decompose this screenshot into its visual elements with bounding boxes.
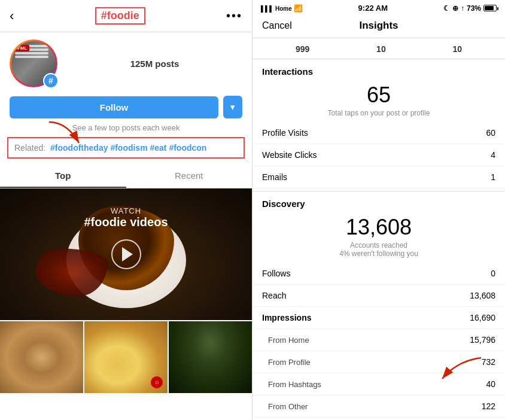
from-other-value: 122 bbox=[482, 401, 495, 411]
from-home-row: From Home 15,796 bbox=[252, 329, 505, 351]
insights-panel: ▌▌▌ Home 📶 9:22 AM ☾ ⊕ ↑ 73% Cancel Insi… bbox=[252, 0, 505, 420]
follow-row: Follow ▾ bbox=[0, 92, 252, 122]
profile-visits-value: 60 bbox=[486, 128, 495, 138]
discovery-label: Discovery bbox=[252, 191, 505, 211]
grid-cell-1[interactable] bbox=[0, 321, 83, 393]
emails-row: Emails 1 bbox=[252, 166, 505, 188]
impressions-row: Impressions 16,690 bbox=[252, 307, 505, 329]
signal-indicator: ▌▌▌ Home 📶 bbox=[261, 4, 303, 13]
discovery-count: 13,608 bbox=[252, 211, 505, 241]
insights-title: Insights bbox=[359, 20, 398, 32]
battery-tip bbox=[497, 7, 498, 10]
follows-label: Follows bbox=[262, 269, 290, 278]
impressions-value: 16,690 bbox=[470, 313, 495, 322]
from-other-row: From Other 122 bbox=[252, 395, 505, 418]
metric-2-value: 10 bbox=[376, 44, 386, 54]
posts-count: 125M posts bbox=[130, 59, 180, 69]
posts-label: posts bbox=[155, 59, 179, 69]
interactions-count: 65 bbox=[252, 79, 505, 109]
red-arrow-right bbox=[439, 355, 487, 385]
play-button[interactable] bbox=[111, 239, 141, 269]
from-profile-label: From Profile bbox=[262, 358, 311, 367]
from-profile-row: From Profile 732 bbox=[252, 351, 505, 373]
tabs-row: Top Recent bbox=[0, 165, 252, 188]
location-icon: ↑ bbox=[461, 4, 464, 13]
hashtag-title: #foodie bbox=[95, 7, 145, 25]
post-count-section: 125M posts bbox=[67, 59, 242, 69]
dropdown-button[interactable]: ▾ bbox=[223, 96, 242, 118]
follows-row: Follows 0 bbox=[252, 263, 505, 285]
impressions-label: Impressions bbox=[262, 313, 311, 322]
from-other-label: From Other bbox=[262, 402, 308, 411]
grid-img-2: ○ bbox=[84, 321, 168, 393]
cancel-button[interactable]: Cancel bbox=[262, 20, 292, 31]
battery-percent: 73% bbox=[467, 4, 481, 13]
metric-1: 999 bbox=[296, 44, 309, 54]
grid-img-3 bbox=[169, 321, 252, 393]
instagram-hashtag-panel: ‹ #foodie ••• FML # bbox=[0, 0, 252, 420]
instagram-icon: ○ bbox=[151, 376, 163, 388]
reach-row: Reach 13,608 bbox=[252, 285, 505, 307]
related-label: Related: bbox=[14, 143, 45, 153]
metric-3: 10 bbox=[453, 44, 463, 54]
tab-recent[interactable]: Recent bbox=[126, 165, 252, 188]
see-top-posts-text: See a few top posts each week bbox=[0, 122, 252, 137]
top-metrics-row: 999 10 10 bbox=[252, 38, 505, 59]
from-hashtags-label: From Hashtags bbox=[262, 380, 321, 389]
status-bar: ▌▌▌ Home 📶 9:22 AM ☾ ⊕ ↑ 73% bbox=[252, 0, 505, 15]
interactions-label: Interactions bbox=[252, 59, 505, 79]
grid-cell-3[interactable] bbox=[169, 321, 252, 393]
from-home-value: 15,796 bbox=[470, 335, 495, 345]
from-hashtags-value: 40 bbox=[486, 379, 495, 389]
website-clicks-row: Website Clicks 4 bbox=[252, 144, 505, 166]
fml-label: FML bbox=[15, 45, 29, 51]
image-grid: ○ bbox=[0, 321, 252, 393]
avatar-line-4 bbox=[15, 56, 48, 58]
avatar-line-3 bbox=[15, 52, 48, 54]
watch-label: WATCH #foodie videos bbox=[84, 206, 168, 229]
profile-section: FML # 125M posts bbox=[0, 32, 252, 92]
emails-value: 1 bbox=[491, 172, 495, 182]
profile-visits-label: Profile Visits bbox=[262, 128, 308, 138]
discovery-section: Discovery 13,608 Accounts reached4% were… bbox=[252, 191, 505, 263]
grid-cell-2[interactable]: ○ bbox=[84, 321, 168, 393]
reach-value: 13,608 bbox=[470, 291, 495, 300]
tab-top[interactable]: Top bbox=[0, 165, 126, 188]
left-header: ‹ #foodie ••• bbox=[0, 0, 252, 32]
watch-text: WATCH bbox=[84, 206, 168, 215]
profile-visits-row: Profile Visits 60 bbox=[252, 122, 505, 144]
emails-label: Emails bbox=[262, 172, 287, 182]
metric-3-value: 10 bbox=[453, 44, 463, 54]
back-button[interactable]: ‹ bbox=[10, 8, 14, 24]
red-arrow-annotation bbox=[43, 119, 91, 149]
follows-value: 0 bbox=[491, 269, 495, 278]
reach-label: Reach bbox=[262, 291, 286, 300]
insights-header: Cancel Insights Cancel bbox=[252, 15, 505, 38]
avatar-wrapper: FML # bbox=[10, 39, 57, 87]
metric-2: 10 bbox=[376, 44, 386, 54]
battery-fill bbox=[485, 6, 494, 10]
status-time: 9:22 AM bbox=[358, 4, 388, 13]
metric-1-value: 999 bbox=[296, 44, 309, 54]
hashtag-badge: # bbox=[43, 73, 59, 89]
follow-button[interactable]: Follow bbox=[10, 96, 218, 118]
bluetooth-icon: ⊕ bbox=[452, 4, 458, 13]
hashtag-videos-text: #foodie videos bbox=[84, 215, 168, 229]
moon-icon: ☾ bbox=[443, 4, 450, 13]
grid-img-1 bbox=[0, 321, 83, 393]
more-options-button[interactable]: ••• bbox=[226, 9, 242, 23]
discovery-subtitle: Accounts reached4% weren't following you bbox=[252, 241, 505, 263]
website-clicks-label: Website Clicks bbox=[262, 150, 317, 160]
battery-icon bbox=[483, 5, 497, 11]
from-home-label: From Home bbox=[262, 336, 309, 345]
website-clicks-value: 4 bbox=[491, 150, 495, 160]
battery-section: ☾ ⊕ ↑ 73% bbox=[443, 4, 497, 13]
interactions-subtitle: Total taps on your post or profile bbox=[252, 109, 505, 122]
play-icon bbox=[122, 247, 133, 261]
header-placeholder: Cancel bbox=[466, 20, 495, 31]
main-video-area[interactable]: WATCH #foodie videos bbox=[0, 188, 252, 320]
